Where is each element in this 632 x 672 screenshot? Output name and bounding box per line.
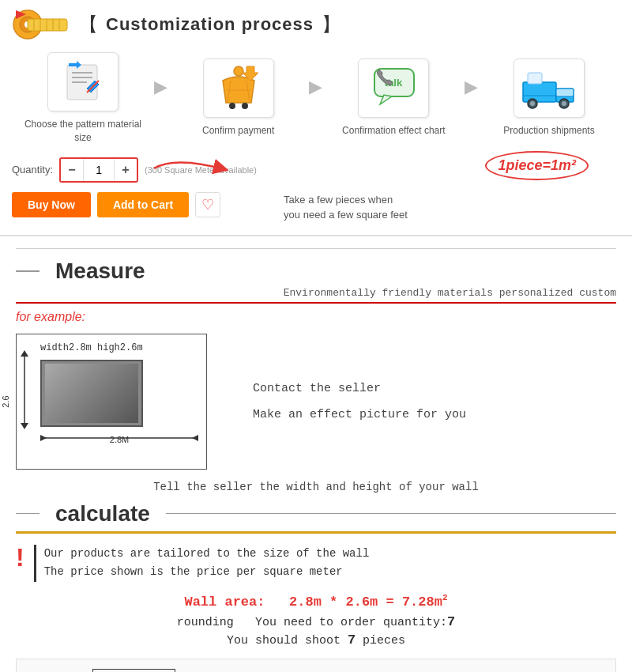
- svg-rect-28: [556, 89, 574, 96]
- warning-block: ! Our products are tailored to the size …: [16, 545, 616, 583]
- svg-point-16: [234, 66, 243, 76]
- rounding-line: rounding You need to order quantity:7: [16, 614, 616, 629]
- buttons-row: Buy Now Add to Cart ♡: [12, 192, 220, 217]
- tell-seller: Tell the seller the width and height of …: [16, 481, 616, 493]
- step-4-label: Production shipments: [503, 124, 594, 138]
- arrow-3: ▶: [465, 77, 478, 119]
- step-1-icon-box: [47, 52, 118, 111]
- step-4-icon-box: [514, 59, 585, 118]
- wall-area-line: Wall area: 2.8m * 2.6m = 7.28m2: [16, 593, 616, 610]
- width-bottom-label: 2.8M: [40, 432, 198, 447]
- take-note: Take a few pieces when you need a few sq…: [284, 192, 408, 223]
- tape-measure-icon: [12, 8, 71, 41]
- bottom-form: Dimensions 1 square meters Shipping: Fre…: [16, 659, 616, 672]
- bottom-section: Measure Environmentally friendly materia…: [0, 236, 632, 672]
- svg-text:2.8M: 2.8M: [110, 435, 129, 444]
- arrow-2: ▶: [309, 77, 322, 119]
- arrow-1: ▶: [154, 77, 167, 119]
- diagram-container: 2.6 width2.8m high2.6m: [16, 334, 229, 470]
- svg-point-32: [562, 101, 566, 106]
- dimensions-value: 1 square meters: [92, 669, 175, 672]
- wall-area-label: Wall area:: [184, 595, 265, 610]
- measure-title: Measure: [55, 259, 145, 284]
- svg-point-21: [242, 103, 248, 109]
- yellow-line: [16, 531, 616, 534]
- height-label-side: 2.6: [1, 395, 10, 407]
- top-section: 【 Customization process 】: [0, 0, 632, 236]
- bracket-left: 【: [79, 12, 98, 37]
- step-1: Choose the pattern material size: [20, 52, 146, 145]
- qty-control[interactable]: − +: [59, 157, 138, 183]
- quantity-label: Quantity:: [12, 164, 53, 176]
- svg-marker-39: [40, 435, 47, 441]
- contact-line2: Make an effect picture for you: [253, 402, 466, 428]
- svg-marker-36: [21, 350, 28, 357]
- exclamation-icon: !: [16, 545, 24, 570]
- step-2: Confirm payment: [175, 59, 302, 138]
- step-2-icon-box: [203, 59, 274, 118]
- svg-point-20: [229, 103, 235, 109]
- tv-display: [40, 360, 198, 427]
- example-section: 2.6 width2.8m high2.6m: [16, 334, 616, 470]
- warning-border: Our products are tailored to the size of…: [34, 545, 370, 583]
- svg-point-30: [530, 101, 535, 106]
- step-1-label: Choose the pattern material size: [20, 118, 146, 145]
- page-title: Customization process: [106, 14, 314, 35]
- bracket-right: 】: [322, 12, 340, 37]
- calc-left-line: [16, 513, 40, 515]
- wishlist-button[interactable]: ♡: [195, 192, 220, 217]
- step-4: Production shipments: [486, 59, 612, 138]
- step-2-label: Confirm payment: [202, 124, 274, 138]
- vertical-arrow: [20, 350, 29, 429]
- form-row-dimensions: Dimensions 1 square meters: [29, 669, 603, 672]
- diagram-top-label: width2.8m high2.6m: [40, 342, 198, 353]
- calc-right-line: [166, 513, 616, 515]
- add-to-cart-button[interactable]: Add to Cart: [97, 192, 189, 217]
- process-steps: Choose the pattern material size ▶: [12, 52, 620, 145]
- quantity-row: Quantity: − + (300 Square Meter availabl…: [12, 157, 620, 183]
- warning-text-line2: The price shown is the price per square …: [44, 563, 370, 582]
- svg-marker-40: [192, 435, 198, 441]
- measure-title-row: Measure: [16, 248, 616, 284]
- main-container: 【 Customization process 】: [0, 0, 632, 672]
- wall-area-formula: 2.8m * 2.6m = 7.28m2: [289, 595, 447, 610]
- warning-text-line1: Our products are tailored to the size of…: [44, 545, 370, 564]
- diagram-box: 2.6 width2.8m high2.6m: [16, 334, 207, 470]
- tv-screen-inner: [45, 364, 138, 423]
- step-3-label: Confirmation effect chart: [342, 124, 446, 138]
- shoot-line: You should shoot 7 pieces: [16, 632, 616, 647]
- left-line: [16, 270, 40, 272]
- step-3: talk Confirmation effect chart: [330, 59, 457, 138]
- qty-minus-button[interactable]: −: [61, 159, 83, 181]
- contact-section: Contact the seller Make an effect pictur…: [253, 334, 466, 470]
- svg-marker-37: [21, 423, 28, 429]
- qty-plus-button[interactable]: +: [115, 159, 137, 181]
- customization-header: 【 Customization process 】: [12, 8, 620, 41]
- qty-input[interactable]: [83, 159, 115, 181]
- buy-now-button[interactable]: Buy Now: [12, 192, 91, 217]
- svg-rect-26: [523, 82, 556, 102]
- step-3-icon-box: talk: [358, 59, 429, 118]
- calculate-row: calculate: [16, 501, 616, 527]
- piece-badge: 1piece=1m²: [485, 151, 589, 180]
- for-example: for example:: [16, 310, 616, 324]
- contact-line1: Contact the seller: [253, 376, 466, 402]
- red-arrow-icon: [150, 153, 229, 184]
- calculate-title: calculate: [55, 501, 150, 527]
- measure-subtitle: Environmentally friendly materials perso…: [16, 287, 616, 304]
- svg-rect-34: [528, 73, 542, 84]
- tv-screen: [40, 360, 143, 427]
